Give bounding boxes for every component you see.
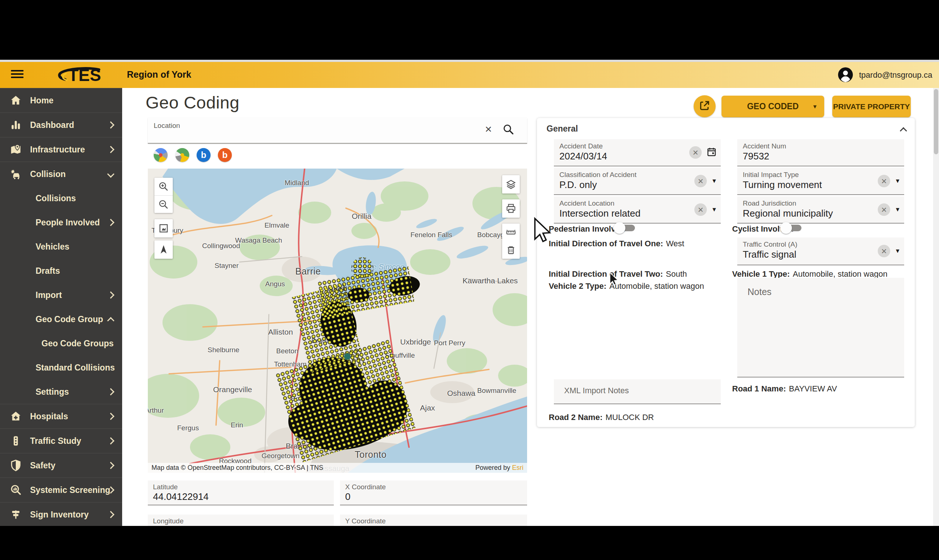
- general-section-title: General: [547, 124, 578, 134]
- sidebar-item-geo-code-group[interactable]: Geo Code Group: [0, 307, 122, 331]
- chevron-right-icon: [107, 121, 114, 129]
- chevron-right-icon: [107, 462, 114, 469]
- print-map-button[interactable]: [502, 199, 520, 218]
- initial-impact-type-field[interactable]: Initial Impact Type Turning movement ×▼: [737, 168, 904, 195]
- sidebar-item-label: Geo Code Group: [35, 314, 103, 325]
- sidebar-item-safety[interactable]: Safety: [0, 453, 122, 477]
- clear-icon[interactable]: ×: [878, 203, 890, 216]
- sidebar-item-collision[interactable]: Collision: [0, 162, 122, 186]
- collision-icon: [9, 168, 24, 181]
- esri-link[interactable]: Esri: [512, 464, 523, 471]
- chevron-down-icon[interactable]: ▼: [894, 248, 900, 254]
- zoom-out-button[interactable]: [154, 196, 173, 213]
- layers-button[interactable]: [502, 175, 520, 194]
- field-label: Longitude: [153, 517, 183, 525]
- pedestrian-involved-toggle[interactable]: [614, 222, 637, 234]
- clear-icon[interactable]: ×: [689, 146, 702, 159]
- map-tools: [502, 223, 520, 259]
- accident-location-field[interactable]: Accident Location Intersection related ×…: [554, 197, 721, 223]
- sidebar-item-label: Drafts: [35, 266, 60, 276]
- clear-icon[interactable]: ×: [694, 203, 707, 216]
- selected-collision-point[interactable]: [344, 353, 351, 360]
- scrollbar-thumb[interactable]: [934, 89, 938, 154]
- accident-num-field[interactable]: Accident Num 79532: [737, 139, 904, 166]
- sidebar-item-people-involved[interactable]: People Involved: [0, 210, 122, 235]
- external-link-icon: [699, 100, 711, 113]
- notes-textarea[interactable]: Notes: [737, 278, 904, 377]
- cyclist-involved-toggle[interactable]: [780, 222, 803, 234]
- chevron-down-icon[interactable]: ▼: [711, 206, 717, 213]
- map-extent-button[interactable]: [154, 219, 173, 237]
- user-email[interactable]: tpardo@tnsgroup.ca: [859, 70, 933, 80]
- initial-direction-one: Initial Direction of Travel One:West: [549, 239, 684, 248]
- sidebar-item-standard-collisions[interactable]: Standard Collisions: [0, 355, 122, 380]
- search-icon[interactable]: [502, 123, 515, 137]
- geo-coded-status-button[interactable]: GEO CODED ▼: [722, 95, 824, 117]
- sidebar-item-label: Traffic Study: [30, 436, 81, 446]
- clear-icon[interactable]: ×: [878, 175, 890, 187]
- sidebar-item-import[interactable]: Import: [0, 283, 122, 307]
- map-zoom-controls: [154, 178, 173, 213]
- chevron-right-icon: [107, 146, 114, 153]
- sidebar-item-sign-inventory[interactable]: Sign Inventory: [0, 502, 122, 526]
- sidebar-item-settings[interactable]: Settings: [0, 380, 122, 404]
- chevron-down-icon[interactable]: ▼: [894, 206, 900, 213]
- sidebar-item-drafts[interactable]: Drafts: [0, 259, 122, 283]
- google-satellite-layer-button[interactable]: [175, 148, 189, 162]
- calendar-icon[interactable]: [706, 146, 717, 159]
- sidebar-item-hospitals[interactable]: Hospitals: [0, 404, 122, 428]
- private-property-label: PRIVATE PROPERTY: [833, 102, 910, 111]
- accident-date-field[interactable]: Accident Date 2024/03/14 ×: [554, 139, 721, 166]
- classification-of-accident-field[interactable]: Classification of Accident P.D. only ×▼: [554, 168, 721, 195]
- clear-icon[interactable]: ×: [694, 175, 707, 187]
- clear-icon[interactable]: ×: [878, 245, 890, 257]
- user-avatar-icon[interactable]: [837, 67, 854, 83]
- chevron-down-icon[interactable]: ▼: [711, 178, 717, 185]
- chevron-down-icon[interactable]: ▼: [894, 178, 900, 185]
- sidebar-item-dashboard[interactable]: Dashboard: [0, 112, 122, 137]
- field-label: Y Coordinate: [345, 517, 386, 525]
- collapse-section-button[interactable]: [901, 128, 906, 135]
- location-search-input[interactable]: Location ×: [148, 118, 527, 144]
- compass-north-button[interactable]: [154, 240, 173, 259]
- xml-import-notes-field[interactable]: XML Import Notes: [554, 379, 721, 404]
- map-attribution: Map data © OpenStreetMap contributors, C…: [148, 463, 527, 473]
- vertical-scrollbar[interactable]: [933, 88, 939, 526]
- map-canvas[interactable]: MidlandOrilliaElmvaleWasaga BeachThornbu…: [148, 169, 527, 473]
- attribution-text: Map data © OpenStreetMap contributors, C…: [151, 464, 323, 472]
- sidebar-item-traffic-study[interactable]: Traffic Study: [0, 428, 122, 453]
- road-2-name: Road 2 Name:MULOCK DR: [549, 413, 654, 422]
- field-value: Traffic signal: [743, 249, 796, 260]
- private-property-button[interactable]: PRIVATE PROPERTY: [832, 95, 911, 117]
- open-external-button[interactable]: [694, 95, 715, 117]
- latitude-field[interactable]: Latitude 44.04122914: [148, 480, 334, 505]
- clear-search-icon[interactable]: ×: [485, 123, 492, 135]
- sidebar-item-vehicles[interactable]: Vehicles: [0, 235, 122, 259]
- x-coordinate-field[interactable]: X Coordinate 0: [340, 480, 527, 505]
- xml-import-notes-label: XML Import Notes: [564, 386, 629, 395]
- sidebar-item-infrastructure[interactable]: Infrastructure: [0, 137, 122, 162]
- dashboard-icon: [9, 118, 24, 132]
- general-panel: General Accident Date 2024/03/14 × Accid…: [537, 118, 915, 427]
- sidebar-item-collisions[interactable]: Collisions: [0, 186, 122, 210]
- vehicle-2-type: Vehicle 2 Type:Automobile, station wagon: [549, 282, 704, 291]
- sidebar-item-home[interactable]: Home: [0, 88, 122, 112]
- collision-marker-cluster[interactable]: [148, 169, 527, 473]
- sidebar-item-systemic-screening[interactable]: Systemic Screening: [0, 477, 122, 502]
- infrastructure-icon: [9, 143, 24, 156]
- sidebar-item-geo-code-groups[interactable]: Geo Code Groups: [0, 331, 122, 355]
- chevron-down-icon: [107, 171, 114, 178]
- traffic-control-a-field[interactable]: Traffic Control (A) Traffic signal ×▼: [737, 237, 904, 265]
- delete-button[interactable]: [502, 241, 520, 259]
- hamburger-menu-icon[interactable]: [11, 70, 23, 80]
- road-jurisdiction-field[interactable]: Road Jurisdiction Regional municipality …: [737, 197, 904, 223]
- sidebar-item-label: Collision: [30, 169, 66, 179]
- zoom-in-button[interactable]: [154, 178, 173, 196]
- field-value: 2024/03/14: [560, 151, 607, 162]
- bing-maps-layer-button[interactable]: b: [197, 148, 211, 162]
- measure-button[interactable]: [502, 223, 520, 241]
- bing-hybrid-layer-button[interactable]: b: [218, 148, 232, 162]
- notes-label: Notes: [748, 286, 771, 297]
- field-value: Turning movement: [743, 179, 822, 191]
- google-maps-layer-button[interactable]: [154, 148, 168, 162]
